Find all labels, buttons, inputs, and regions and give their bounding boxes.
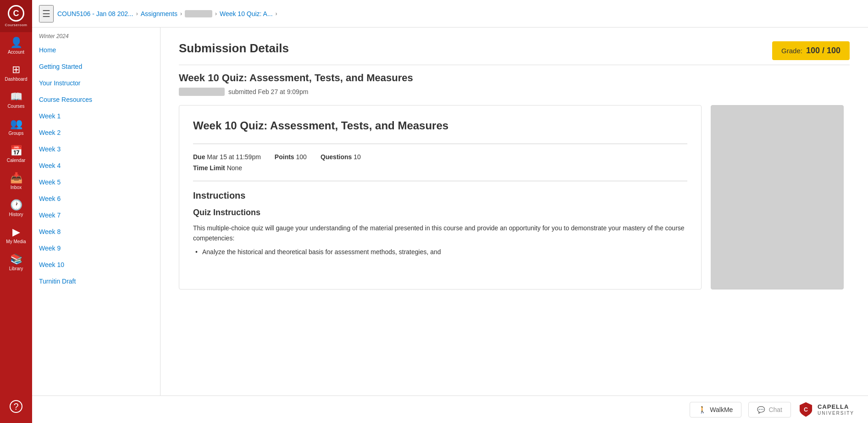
- instructions-title: Instructions: [193, 190, 687, 201]
- course-sidebar: Winter 2024 Home Getting Started Your In…: [32, 28, 160, 395]
- svg-text:C: C: [804, 406, 808, 413]
- capella-text-block: CAPELLA UNIVERSITY: [818, 403, 854, 416]
- grade-badge: Grade: 100 / 100: [772, 41, 850, 60]
- library-label: Library: [9, 266, 23, 271]
- chat-icon: 💬: [757, 406, 765, 413]
- logo-symbol: C: [13, 9, 19, 18]
- sidebar-season: Winter 2024: [32, 28, 160, 42]
- grade-label: Grade:: [781, 47, 802, 55]
- sidebar-item-dashboard[interactable]: ⊞ Dashboard: [0, 59, 32, 86]
- sidebar-item-week1[interactable]: Week 1: [32, 108, 160, 124]
- main-wrapper: ☰ COUN5106 - Jan 08 202... › Assignments…: [32, 0, 868, 423]
- sidebar-item-course-resources[interactable]: Course Resources: [32, 91, 160, 108]
- walkme-icon: 🚶: [698, 406, 706, 413]
- courses-label: Courses: [7, 104, 24, 109]
- groups-label: Groups: [9, 131, 24, 136]
- inbox-label: Inbox: [11, 185, 22, 190]
- sidebar-item-history[interactable]: 🕐 History: [0, 195, 32, 222]
- main-content: Submission Details Grade: 100 / 100 Week…: [160, 28, 868, 395]
- help-icon: ?: [10, 400, 22, 413]
- walkme-label: WalkMe: [710, 406, 733, 413]
- sidebar-item-calendar[interactable]: 📅 Calendar: [0, 140, 32, 167]
- capella-shield-icon: C: [798, 401, 814, 417]
- quiz-meta: Due Mar 15 at 11:59pm Points 100 Questio…: [193, 153, 687, 172]
- mymedia-icon: ▶: [12, 226, 20, 238]
- library-icon: 📚: [10, 253, 22, 265]
- history-icon: 🕐: [10, 199, 22, 211]
- breadcrumb-blurred: [185, 10, 212, 17]
- quiz-outer-title: Week 10 Quiz: Assessment, Tests, and Mea…: [179, 72, 850, 84]
- quiz-instructions-text: This multiple-choice quiz will gauge you…: [193, 223, 687, 244]
- top-bar: ☰ COUN5106 - Jan 08 202... › Assignments…: [32, 0, 868, 28]
- sidebar-item-help[interactable]: ?: [0, 395, 32, 418]
- grade-value: 100 / 100: [806, 46, 840, 56]
- submitted-info: submitted Feb 27 at 9:09pm: [179, 88, 850, 96]
- mymedia-label: My Media: [6, 239, 26, 244]
- quiz-panel: Week 10 Quiz: Assessment, Tests, and Mea…: [179, 105, 702, 289]
- breadcrumb-sep-1: ›: [136, 11, 138, 17]
- breadcrumb-course[interactable]: COUN5106 - Jan 08 202...: [57, 10, 133, 17]
- sidebar-item-library[interactable]: 📚 Library: [0, 249, 32, 276]
- sidebar-item-inbox[interactable]: 📥 Inbox: [0, 167, 32, 195]
- breadcrumb-sep-2: ›: [180, 11, 182, 17]
- quiz-divider-top: [193, 144, 687, 144]
- calendar-icon: 📅: [10, 145, 22, 157]
- footer-bar: 🚶 WalkMe 💬 Chat C CAPELLA UNIVERSITY: [32, 395, 868, 423]
- sidebar-item-week9[interactable]: Week 9: [32, 240, 160, 256]
- quiz-inner-title: Week 10 Quiz: Assessment, Tests, and Mea…: [193, 119, 687, 132]
- sidebar-item-home[interactable]: Home: [32, 42, 160, 58]
- sidebar-item-week10[interactable]: Week 10: [32, 256, 160, 273]
- page-title: Submission Details: [179, 41, 850, 56]
- logo-label: Courseroom: [5, 23, 27, 27]
- content-divider: [179, 65, 850, 65]
- breadcrumb-quiz[interactable]: Week 10 Quiz: A...: [220, 10, 273, 17]
- history-label: History: [9, 212, 23, 217]
- quiz-panel-wrapper: Week 10 Quiz: Assessment, Tests, and Mea…: [179, 105, 850, 289]
- chat-label: Chat: [768, 406, 782, 413]
- courses-icon: 📖: [10, 91, 22, 103]
- account-label: Account: [8, 50, 24, 55]
- breadcrumb: COUN5106 - Jan 08 202... › Assignments ›…: [57, 10, 277, 17]
- sidebar-item-week2[interactable]: Week 2: [32, 124, 160, 141]
- sidebar-item-mymedia[interactable]: ▶ My Media: [0, 222, 32, 249]
- hamburger-button[interactable]: ☰: [39, 5, 54, 22]
- quiz-bullet-1: Analyze the historical and theoretical b…: [202, 248, 687, 256]
- logo-circle: C: [8, 5, 24, 22]
- sidebar-item-week8[interactable]: Week 8: [32, 223, 160, 240]
- groups-icon: 👥: [10, 118, 22, 130]
- sidebar-item-courses[interactable]: 📖 Courses: [0, 86, 32, 113]
- breadcrumb-sep-3: ›: [215, 11, 217, 17]
- dashboard-label: Dashboard: [5, 77, 28, 82]
- sidebar-item-week5[interactable]: Week 5: [32, 174, 160, 190]
- right-side-panel: [711, 105, 844, 289]
- nav-bottom: ?: [0, 395, 32, 423]
- sidebar-item-getting-started[interactable]: Getting Started: [32, 58, 160, 75]
- icon-nav: C Courseroom 👤 Account ⊞ Dashboard 📖 Cou…: [0, 0, 32, 423]
- sidebar-item-week6[interactable]: Week 6: [32, 190, 160, 207]
- quiz-divider-bottom: [193, 181, 687, 181]
- quiz-panel-scroll[interactable]: Week 10 Quiz: Assessment, Tests, and Mea…: [179, 106, 701, 289]
- courseroom-logo[interactable]: C Courseroom: [0, 0, 32, 32]
- walkme-button[interactable]: 🚶 WalkMe: [690, 402, 741, 417]
- content-wrapper: Winter 2024 Home Getting Started Your In…: [32, 28, 868, 395]
- breadcrumb-assignments[interactable]: Assignments: [141, 10, 177, 17]
- chat-button[interactable]: 💬 Chat: [748, 402, 791, 417]
- sidebar-item-week3[interactable]: Week 3: [32, 141, 160, 157]
- sidebar-item-turnitin-draft[interactable]: Turnitin Draft: [32, 273, 160, 289]
- capella-sub: UNIVERSITY: [818, 411, 854, 416]
- sidebar-item-week4[interactable]: Week 4: [32, 157, 160, 174]
- sidebar-item-week7[interactable]: Week 7: [32, 207, 160, 223]
- sidebar-item-your-instructor[interactable]: Your Instructor: [32, 75, 160, 91]
- sidebar-item-account[interactable]: 👤 Account: [0, 32, 32, 59]
- calendar-label: Calendar: [7, 158, 26, 163]
- sidebar-scroll: Winter 2024 Home Getting Started Your In…: [32, 28, 160, 289]
- submitted-blurred-name: [179, 88, 225, 96]
- breadcrumb-sep-4: ›: [276, 11, 277, 17]
- sidebar-item-groups[interactable]: 👥 Groups: [0, 113, 32, 140]
- quiz-instructions-subtitle: Quiz Instructions: [193, 208, 687, 217]
- dashboard-icon: ⊞: [12, 64, 20, 76]
- submitted-text: submitted Feb 27 at 9:09pm: [228, 88, 308, 95]
- account-icon: 👤: [10, 37, 22, 49]
- inbox-icon: 📥: [10, 172, 22, 184]
- capella-name: CAPELLA: [818, 403, 854, 411]
